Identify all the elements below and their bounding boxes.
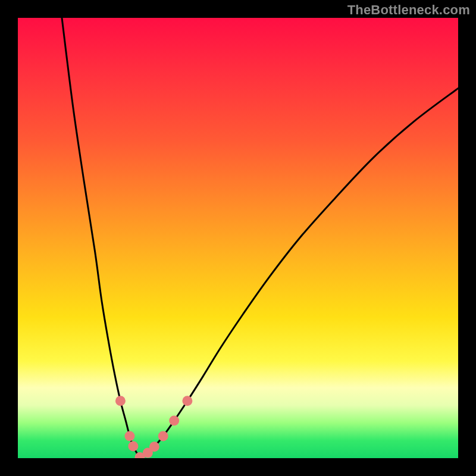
data-point-marker [128, 441, 138, 452]
plot-area [18, 18, 458, 458]
watermark-text: TheBottleneck.com [347, 2, 470, 18]
curve-left-branch [62, 18, 140, 458]
data-point-marker [149, 441, 159, 452]
data-point-marker [182, 396, 192, 406]
data-point-marker [169, 416, 179, 426]
data-point-marker [124, 431, 134, 441]
chart-svg [18, 18, 458, 458]
data-point-marker [158, 431, 168, 441]
data-point-marker [115, 396, 126, 406]
chart-frame: TheBottleneck.com [0, 0, 476, 476]
